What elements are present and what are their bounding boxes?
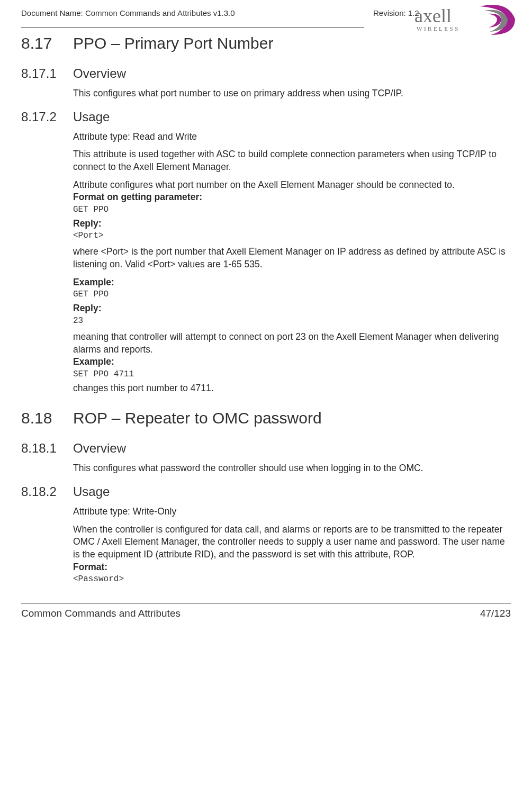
content-body: 8.17 PPO – Primary Port Number 8.17.1 Ov…	[21, 34, 511, 584]
heading-8-17-1: 8.17.1 Overview	[21, 66, 511, 81]
page-footer: Common Commands and Attributes 47/123	[21, 603, 511, 619]
example-label: Example:	[73, 356, 511, 368]
heading-number: 8.18	[21, 409, 73, 427]
body-text: When the controller is configured for da…	[73, 524, 511, 561]
body-text: Attribute type: Read and Write	[73, 131, 511, 143]
subheading-title: Usage	[73, 484, 110, 499]
body-text: changes this port number to 4711.	[73, 382, 511, 395]
subheading-title: Overview	[73, 66, 126, 81]
body-text: This configures what password the contro…	[73, 462, 511, 475]
format-label: Format on getting parameter:	[73, 191, 511, 204]
axell-logo-icon: axell WIRELESS	[396, 3, 518, 38]
subheading-title: Usage	[73, 110, 110, 124]
code-get-ppo: GET PPO	[73, 205, 511, 214]
body-text: Attribute type: Write-Only	[73, 506, 511, 518]
document-page: Document Name: Common Commands and Attri…	[0, 0, 532, 632]
svg-text:axell: axell	[414, 5, 452, 26]
footer-title: Common Commands and Attributes	[21, 608, 181, 619]
heading-8-18-1: 8.18.1 Overview	[21, 441, 511, 456]
heading-8-18: 8.18 ROP – Repeater to OMC password	[21, 409, 511, 427]
svg-text:WIRELESS: WIRELESS	[417, 25, 460, 32]
subheading-title: Overview	[73, 441, 126, 456]
body-text: where <Port> is the port number that Axe…	[73, 246, 511, 270]
body-text: Attribute configures what port number on…	[73, 179, 511, 192]
reply-label: Reply:	[73, 302, 511, 315]
subheading-number: 8.17.1	[21, 66, 73, 81]
brand-logo: axell WIRELESS	[396, 3, 518, 40]
doc-name: Document Name: Common Commands and Attri…	[21, 8, 373, 17]
code-port-placeholder: <Port>	[73, 231, 511, 240]
page-header: Document Name: Common Commands and Attri…	[21, 8, 511, 38]
code-password-placeholder: <Password>	[73, 574, 511, 584]
body-text: This configures what port number to use …	[73, 87, 511, 100]
subheading-number: 8.18.2	[21, 484, 73, 499]
code-get-ppo-example: GET PPO	[73, 290, 511, 299]
subheading-number: 8.17.2	[21, 110, 73, 124]
reply-label: Reply:	[73, 218, 511, 230]
example-label: Example:	[73, 276, 511, 289]
page-number: 47/123	[480, 608, 511, 619]
heading-8-17-2: 8.17.2 Usage	[21, 110, 511, 124]
code-set-ppo: SET PPO 4711	[73, 369, 511, 379]
body-text: meaning that controller will attempt to …	[73, 331, 511, 356]
format-label: Format:	[73, 561, 511, 574]
subheading-number: 8.18.1	[21, 441, 73, 456]
body-text: This attribute is used together with ASC…	[73, 148, 511, 173]
heading-title: ROP – Repeater to OMC password	[73, 409, 322, 427]
heading-8-18-2: 8.18.2 Usage	[21, 484, 511, 499]
code-reply-23: 23	[73, 316, 511, 326]
